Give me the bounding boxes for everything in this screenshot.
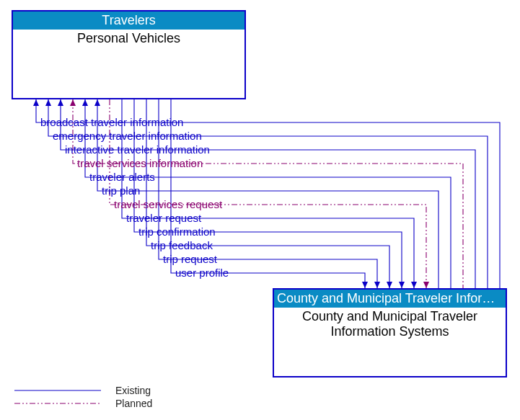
flow-label: travel services request — [114, 199, 222, 210]
legend: Existing Planned — [14, 384, 152, 410]
flow-label: travel services information — [77, 158, 203, 169]
flow-label: user profile — [175, 267, 229, 278]
diagram-canvas: Travelers Personal Vehicles County and M… — [0, 0, 520, 420]
legend-existing-line — [14, 385, 101, 396]
node-county-systems: County and Municipal Traveler Inform... … — [273, 288, 507, 377]
svg-marker-7 — [411, 282, 417, 288]
svg-marker-4 — [82, 99, 88, 106]
flow-label: trip feedback — [151, 240, 213, 251]
svg-marker-9 — [387, 282, 392, 288]
node-travelers-title: Personal Vehicles — [13, 30, 244, 48]
flow-label: trip request — [163, 254, 217, 264]
node-county-systems-title: County and Municipal Traveler Informatio… — [274, 308, 506, 340]
svg-marker-11 — [362, 282, 368, 288]
flow-label: trip plan — [102, 185, 140, 196]
node-county-systems-header: County and Municipal Traveler Inform... — [274, 290, 506, 308]
legend-planned-line — [14, 398, 101, 408]
svg-marker-6 — [423, 282, 429, 288]
flow-label: trip confirmation — [138, 226, 216, 237]
flow-label: traveler request — [126, 213, 201, 223]
legend-planned-label: Planned — [115, 398, 152, 409]
svg-marker-0 — [33, 99, 39, 106]
node-travelers-header: Travelers — [13, 12, 244, 30]
flow-label: interactive traveler information — [65, 144, 210, 155]
flow-label: traveler alerts — [89, 171, 155, 182]
node-travelers: Travelers Personal Vehicles — [12, 10, 246, 99]
legend-planned: Planned — [14, 397, 152, 410]
legend-existing-label: Existing — [115, 385, 151, 396]
svg-marker-2 — [58, 99, 63, 106]
flow-label: emergency traveler information — [53, 130, 202, 141]
svg-marker-3 — [70, 99, 76, 106]
svg-marker-1 — [45, 99, 51, 106]
svg-marker-5 — [94, 99, 100, 106]
legend-existing: Existing — [14, 384, 152, 397]
svg-marker-10 — [374, 282, 380, 288]
svg-marker-8 — [399, 282, 405, 288]
flow-label: broadcast traveler information — [40, 117, 183, 128]
